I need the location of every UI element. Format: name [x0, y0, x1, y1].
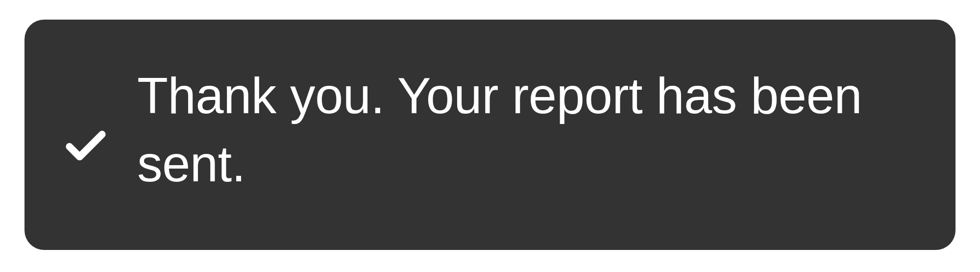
toast-message: Thank you. Your report has been sent. — [137, 62, 911, 198]
confirmation-toast: Thank you. Your report has been sent. — [24, 20, 956, 250]
check-icon — [59, 118, 113, 172]
